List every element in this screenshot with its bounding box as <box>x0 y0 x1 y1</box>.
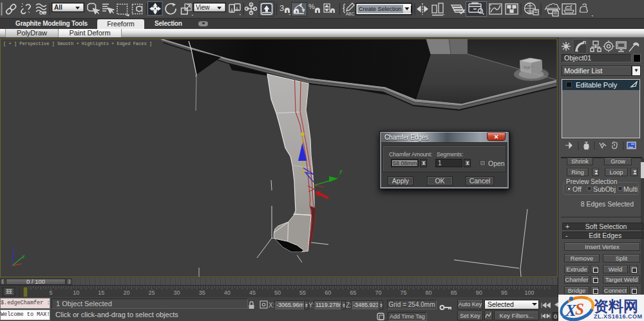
svg-text:65: 65 <box>350 289 356 296</box>
svg-text:60: 60 <box>325 289 331 296</box>
svg-text:ABC: ABC <box>346 12 355 16</box>
svg-text:50: 50 <box>274 289 281 296</box>
svg-text:All: All <box>54 4 62 11</box>
svg-text:30: 30 <box>174 289 180 296</box>
svg-text:ZL.XS1616.COM: ZL.XS1616.COM <box>594 313 643 320</box>
svg-text:S: S <box>575 300 584 318</box>
svg-text:85: 85 <box>451 289 457 296</box>
svg-text:3: 3 <box>279 3 284 13</box>
svg-text:y: y <box>23 253 25 259</box>
svg-text:25: 25 <box>148 289 155 296</box>
svg-text:15: 15 <box>98 289 104 296</box>
svg-text:40: 40 <box>224 289 231 296</box>
svg-text:View: View <box>196 4 210 11</box>
svg-text:75: 75 <box>400 289 406 296</box>
svg-text:10: 10 <box>73 289 79 296</box>
svg-text:y: y <box>339 168 343 174</box>
svg-text:z: z <box>12 245 15 250</box>
svg-text:55: 55 <box>299 289 306 296</box>
svg-text:20: 20 <box>123 289 129 296</box>
svg-text:%: % <box>308 3 315 10</box>
svg-text:资料网: 资料网 <box>594 298 638 315</box>
svg-text:45: 45 <box>249 289 256 296</box>
svg-text:80: 80 <box>426 289 432 296</box>
svg-text:35: 35 <box>199 289 205 296</box>
svg-text:100: 100 <box>524 289 534 296</box>
svg-text:TOP: TOP <box>524 66 531 70</box>
svg-text:95: 95 <box>501 289 507 296</box>
svg-text:70: 70 <box>375 289 381 296</box>
svg-text:5: 5 <box>50 289 53 296</box>
svg-text:90: 90 <box>476 289 482 296</box>
